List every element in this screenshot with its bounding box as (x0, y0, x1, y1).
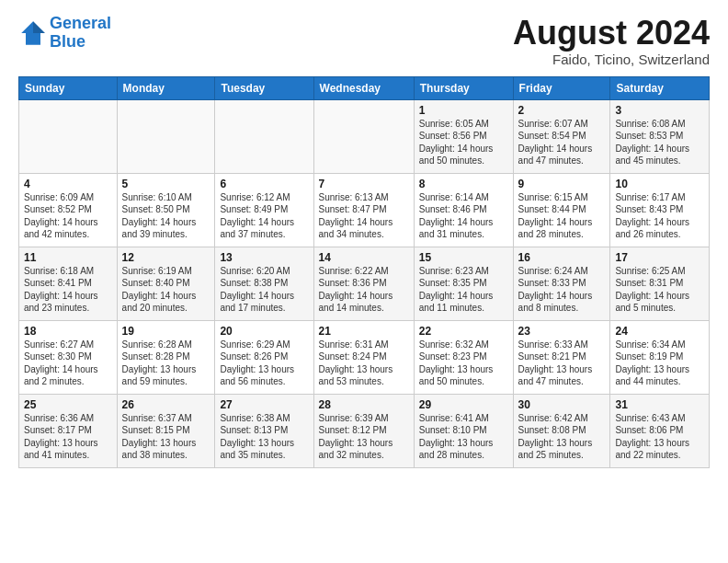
calendar-cell: 11Sunrise: 6:18 AM Sunset: 8:41 PM Dayli… (19, 247, 118, 320)
day-info: Sunrise: 6:36 AM Sunset: 8:17 PM Dayligh… (24, 412, 112, 462)
day-number: 31 (615, 398, 704, 411)
day-number: 10 (615, 178, 704, 190)
calendar-cell: 10Sunrise: 6:17 AM Sunset: 8:43 PM Dayli… (610, 173, 710, 247)
day-number: 2 (518, 104, 606, 117)
calendar-cell: 9Sunrise: 6:15 AM Sunset: 8:44 PM Daylig… (513, 173, 610, 247)
week-row-4: 18Sunrise: 6:27 AM Sunset: 8:30 PM Dayli… (19, 320, 710, 394)
day-number: 3 (615, 104, 704, 117)
calendar-cell: 4Sunrise: 6:09 AM Sunset: 8:52 PM Daylig… (19, 173, 118, 247)
day-number: 11 (24, 251, 112, 264)
logo: General Blue (18, 15, 111, 52)
day-number: 6 (220, 178, 308, 190)
week-row-2: 4Sunrise: 6:09 AM Sunset: 8:52 PM Daylig… (19, 173, 710, 247)
day-info: Sunrise: 6:07 AM Sunset: 8:54 PM Dayligh… (518, 118, 606, 167)
day-info: Sunrise: 6:29 AM Sunset: 8:26 PM Dayligh… (220, 339, 308, 388)
main-title: August 2024 (513, 15, 710, 52)
calendar-cell: 1Sunrise: 6:05 AM Sunset: 8:56 PM Daylig… (414, 99, 513, 173)
calendar-cell: 31Sunrise: 6:43 AM Sunset: 8:06 PM Dayli… (610, 394, 710, 467)
calendar-cell: 19Sunrise: 6:28 AM Sunset: 8:28 PM Dayli… (117, 320, 215, 394)
day-number: 1 (419, 104, 508, 117)
calendar-cell: 14Sunrise: 6:22 AM Sunset: 8:36 PM Dayli… (313, 247, 414, 320)
calendar-cell: 23Sunrise: 6:33 AM Sunset: 8:21 PM Dayli… (513, 320, 610, 394)
day-info: Sunrise: 6:38 AM Sunset: 8:13 PM Dayligh… (220, 412, 308, 462)
day-info: Sunrise: 6:09 AM Sunset: 8:52 PM Dayligh… (24, 191, 112, 241)
calendar-cell (313, 99, 414, 173)
day-number: 29 (419, 398, 508, 411)
calendar-cell: 16Sunrise: 6:24 AM Sunset: 8:33 PM Dayli… (513, 247, 610, 320)
calendar-cell: 22Sunrise: 6:32 AM Sunset: 8:23 PM Dayli… (414, 320, 513, 394)
calendar-cell: 29Sunrise: 6:41 AM Sunset: 8:10 PM Dayli… (414, 394, 513, 467)
day-info: Sunrise: 6:10 AM Sunset: 8:50 PM Dayligh… (122, 191, 210, 241)
col-tuesday: Tuesday (215, 76, 313, 99)
header: General Blue August 2024 Faido, Ticino, … (18, 15, 710, 67)
day-info: Sunrise: 6:12 AM Sunset: 8:49 PM Dayligh… (220, 191, 308, 241)
title-block: August 2024 Faido, Ticino, Switzerland (513, 15, 710, 67)
calendar-cell: 24Sunrise: 6:34 AM Sunset: 8:19 PM Dayli… (610, 320, 710, 394)
calendar-cell: 17Sunrise: 6:25 AM Sunset: 8:31 PM Dayli… (610, 247, 710, 320)
day-info: Sunrise: 6:08 AM Sunset: 8:53 PM Dayligh… (615, 118, 704, 167)
calendar-cell: 26Sunrise: 6:37 AM Sunset: 8:15 PM Dayli… (117, 394, 215, 467)
day-info: Sunrise: 6:39 AM Sunset: 8:12 PM Dayligh… (319, 412, 409, 462)
col-friday: Friday (513, 76, 610, 99)
week-row-3: 11Sunrise: 6:18 AM Sunset: 8:41 PM Dayli… (19, 247, 710, 320)
day-info: Sunrise: 6:22 AM Sunset: 8:36 PM Dayligh… (319, 265, 409, 315)
day-number: 4 (24, 178, 112, 190)
calendar-cell: 30Sunrise: 6:42 AM Sunset: 8:08 PM Dayli… (513, 394, 610, 467)
calendar-cell: 15Sunrise: 6:23 AM Sunset: 8:35 PM Dayli… (414, 247, 513, 320)
col-sunday: Sunday (19, 76, 118, 99)
calendar-cell: 28Sunrise: 6:39 AM Sunset: 8:12 PM Dayli… (313, 394, 414, 467)
day-info: Sunrise: 6:05 AM Sunset: 8:56 PM Dayligh… (419, 118, 508, 167)
calendar-cell: 5Sunrise: 6:10 AM Sunset: 8:50 PM Daylig… (117, 173, 215, 247)
day-number: 15 (419, 251, 508, 264)
day-info: Sunrise: 6:34 AM Sunset: 8:19 PM Dayligh… (615, 339, 704, 388)
day-number: 16 (518, 251, 606, 264)
day-info: Sunrise: 6:20 AM Sunset: 8:38 PM Dayligh… (220, 265, 308, 315)
calendar-cell (117, 99, 215, 173)
day-info: Sunrise: 6:15 AM Sunset: 8:44 PM Dayligh… (518, 191, 606, 241)
day-number: 25 (24, 398, 112, 411)
day-number: 24 (615, 325, 704, 338)
day-number: 21 (319, 325, 409, 338)
logo-icon (18, 18, 48, 48)
day-number: 27 (220, 398, 308, 411)
week-row-5: 25Sunrise: 6:36 AM Sunset: 8:17 PM Dayli… (19, 394, 710, 467)
day-info: Sunrise: 6:43 AM Sunset: 8:06 PM Dayligh… (615, 412, 704, 462)
day-info: Sunrise: 6:18 AM Sunset: 8:41 PM Dayligh… (24, 265, 112, 315)
calendar-cell: 2Sunrise: 6:07 AM Sunset: 8:54 PM Daylig… (513, 99, 610, 173)
day-number: 17 (615, 251, 704, 264)
day-number: 9 (518, 178, 606, 190)
calendar-cell: 7Sunrise: 6:13 AM Sunset: 8:47 PM Daylig… (313, 173, 414, 247)
day-number: 20 (220, 325, 308, 338)
day-info: Sunrise: 6:31 AM Sunset: 8:24 PM Dayligh… (319, 339, 409, 388)
day-info: Sunrise: 6:32 AM Sunset: 8:23 PM Dayligh… (419, 339, 508, 388)
day-info: Sunrise: 6:14 AM Sunset: 8:46 PM Dayligh… (419, 191, 508, 241)
calendar-cell: 8Sunrise: 6:14 AM Sunset: 8:46 PM Daylig… (414, 173, 513, 247)
logo-text: General Blue (50, 15, 111, 52)
col-saturday: Saturday (610, 76, 710, 99)
day-number: 12 (122, 251, 210, 264)
day-info: Sunrise: 6:24 AM Sunset: 8:33 PM Dayligh… (518, 265, 606, 315)
day-number: 19 (122, 325, 210, 338)
calendar-cell (19, 99, 118, 173)
day-number: 14 (319, 251, 409, 264)
day-number: 8 (419, 178, 508, 190)
day-number: 5 (122, 178, 210, 190)
day-info: Sunrise: 6:25 AM Sunset: 8:31 PM Dayligh… (615, 265, 704, 315)
calendar-cell: 20Sunrise: 6:29 AM Sunset: 8:26 PM Dayli… (215, 320, 313, 394)
calendar-cell: 3Sunrise: 6:08 AM Sunset: 8:53 PM Daylig… (610, 99, 710, 173)
day-info: Sunrise: 6:28 AM Sunset: 8:28 PM Dayligh… (122, 339, 210, 388)
calendar-table: Sunday Monday Tuesday Wednesday Thursday… (18, 76, 710, 468)
page: General Blue August 2024 Faido, Ticino, … (0, 0, 728, 479)
day-info: Sunrise: 6:42 AM Sunset: 8:08 PM Dayligh… (518, 412, 606, 462)
day-info: Sunrise: 6:23 AM Sunset: 8:35 PM Dayligh… (419, 265, 508, 315)
day-info: Sunrise: 6:13 AM Sunset: 8:47 PM Dayligh… (319, 191, 409, 241)
calendar-cell: 13Sunrise: 6:20 AM Sunset: 8:38 PM Dayli… (215, 247, 313, 320)
day-number: 18 (24, 325, 112, 338)
col-thursday: Thursday (414, 76, 513, 99)
calendar-cell: 25Sunrise: 6:36 AM Sunset: 8:17 PM Dayli… (19, 394, 118, 467)
calendar-cell (215, 99, 313, 173)
day-info: Sunrise: 6:37 AM Sunset: 8:15 PM Dayligh… (122, 412, 210, 462)
subtitle: Faido, Ticino, Switzerland (513, 52, 710, 67)
col-wednesday: Wednesday (313, 76, 414, 99)
calendar-cell: 6Sunrise: 6:12 AM Sunset: 8:49 PM Daylig… (215, 173, 313, 247)
